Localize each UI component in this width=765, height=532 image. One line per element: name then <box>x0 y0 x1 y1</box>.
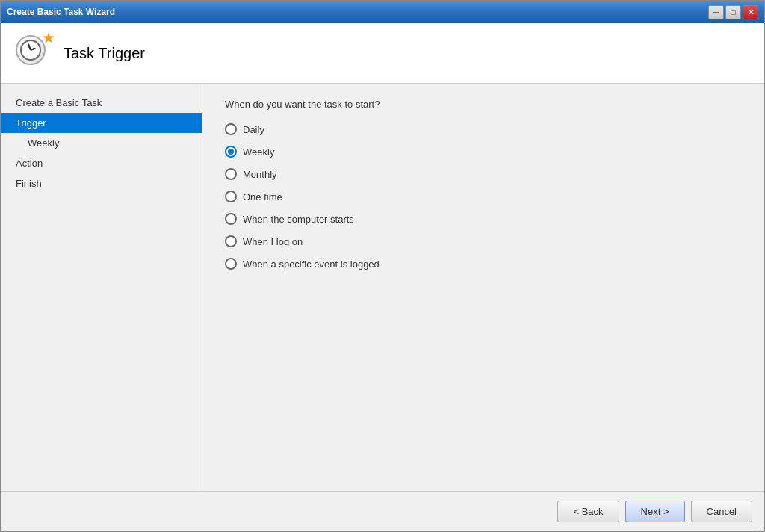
radio-label-one-time: One time <box>243 191 282 202</box>
cancel-button[interactable]: Cancel <box>691 501 752 522</box>
radio-label-specific-event: When a specific event is logged <box>243 259 380 270</box>
radio-daily[interactable] <box>225 123 237 135</box>
radio-option-daily[interactable]: Daily <box>225 123 742 135</box>
next-button[interactable]: Next > <box>625 501 685 522</box>
close-button[interactable]: ✕ <box>743 5 758 19</box>
content-area: Create a Basic Task Trigger Weekly Actio… <box>1 84 764 491</box>
radio-label-daily: Daily <box>243 124 264 135</box>
question-label: When do you want the task to start? <box>225 99 742 110</box>
back-button[interactable]: < Back <box>557 501 619 522</box>
radio-group: Daily Weekly Monthly <box>225 123 742 270</box>
page-title: Task Trigger <box>64 45 145 62</box>
sidebar-item-trigger[interactable]: Trigger <box>1 113 202 133</box>
minimize-button[interactable]: ─ <box>708 5 724 19</box>
radio-label-computer-starts: When the computer starts <box>243 214 354 225</box>
footer: < Back Next > Cancel <box>1 491 764 531</box>
radio-dot-weekly <box>228 149 234 155</box>
sidebar-item-weekly[interactable]: Weekly <box>1 133 202 153</box>
radio-option-log-on[interactable]: When I log on <box>225 235 742 247</box>
radio-one-time[interactable] <box>225 191 237 202</box>
radio-option-specific-event[interactable]: When a specific event is logged <box>225 258 742 270</box>
radio-label-log-on: When I log on <box>243 236 303 247</box>
radio-option-one-time[interactable]: One time <box>225 191 742 202</box>
radio-option-monthly[interactable]: Monthly <box>225 168 742 180</box>
radio-specific-event[interactable] <box>225 258 237 270</box>
radio-label-monthly: Monthly <box>243 169 277 180</box>
wizard-window: Create Basic Task Wizard ─ □ ✕ Task Trig… <box>0 0 765 532</box>
sidebar-item-create-basic-task[interactable]: Create a Basic Task <box>1 93 202 113</box>
main-content: When do you want the task to start? Dail… <box>202 84 764 491</box>
radio-computer-starts[interactable] <box>225 213 237 225</box>
sidebar-item-finish[interactable]: Finish <box>1 173 202 194</box>
radio-log-on[interactable] <box>225 235 237 247</box>
radio-monthly[interactable] <box>225 168 237 180</box>
title-bar: Create Basic Task Wizard ─ □ ✕ <box>1 1 764 23</box>
header-section: Task Trigger <box>1 23 764 84</box>
title-bar-controls: ─ □ ✕ <box>708 5 758 19</box>
radio-option-weekly[interactable]: Weekly <box>225 146 742 158</box>
sidebar: Create a Basic Task Trigger Weekly Actio… <box>1 84 202 491</box>
maximize-button[interactable]: □ <box>725 5 741 19</box>
radio-label-weekly: Weekly <box>243 146 274 158</box>
radio-option-computer-starts[interactable]: When the computer starts <box>225 213 742 225</box>
star-badge-icon <box>43 32 55 44</box>
task-icon <box>16 35 52 71</box>
sidebar-item-action[interactable]: Action <box>1 153 202 173</box>
window-title: Create Basic Task Wizard <box>7 7 115 17</box>
radio-weekly[interactable] <box>225 146 237 158</box>
